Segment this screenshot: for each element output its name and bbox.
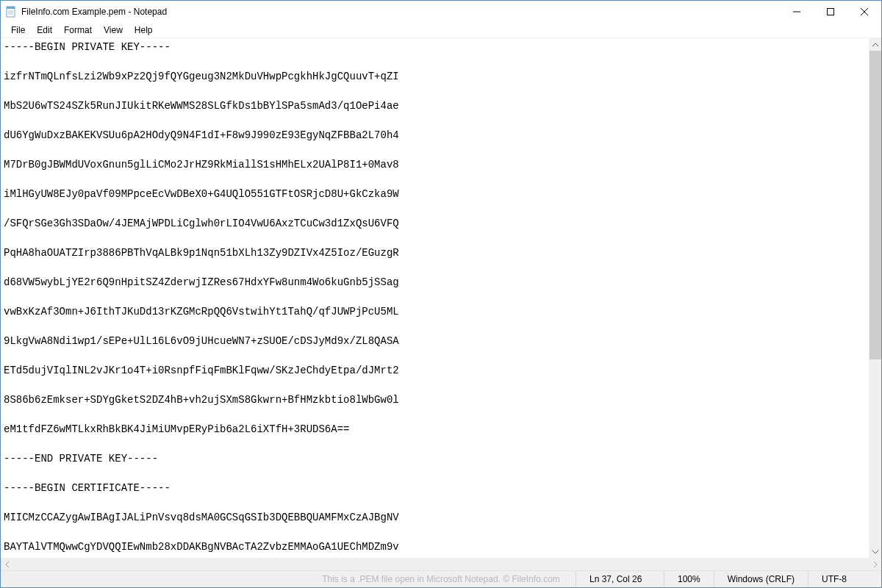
window-controls (780, 1, 881, 23)
svg-rect-1 (7, 7, 15, 9)
status-line-ending: Windows (CRLF) (714, 571, 808, 587)
menu-view[interactable]: View (98, 24, 129, 36)
status-group: Ln 37, Col 26 100% Windows (CRLF) UTF-8 (576, 571, 881, 587)
vertical-scrollbar[interactable] (869, 38, 881, 558)
status-zoom: 100% (664, 571, 714, 587)
text-editor[interactable]: -----BEGIN PRIVATE KEY----- izfrNTmQLnfs… (1, 38, 869, 558)
scroll-right-button[interactable] (869, 558, 881, 570)
menubar: File Edit Format View Help (1, 23, 881, 37)
editor-area: -----BEGIN PRIVATE KEY----- izfrNTmQLnfs… (1, 37, 881, 570)
statusbar: This is a .PEM file open in Microsoft No… (1, 570, 881, 587)
editor-body: -----BEGIN PRIVATE KEY----- izfrNTmQLnfs… (1, 38, 881, 558)
notepad-window: FileInfo.com Example.pem - Notepad File … (0, 0, 882, 588)
close-button[interactable] (847, 1, 881, 23)
scroll-down-button[interactable] (870, 545, 881, 558)
scroll-up-button[interactable] (870, 38, 881, 51)
status-encoding: UTF-8 (808, 571, 881, 587)
menu-format[interactable]: Format (58, 24, 98, 36)
window-title: FileInfo.com Example.pem - Notepad (21, 7, 167, 17)
horizontal-scrollbar[interactable] (1, 558, 881, 570)
notepad-icon (5, 6, 17, 18)
status-cursor-position: Ln 37, Col 26 (576, 571, 664, 587)
titlebar-left: FileInfo.com Example.pem - Notepad (5, 6, 167, 18)
menu-file[interactable]: File (5, 24, 31, 36)
menu-edit[interactable]: Edit (31, 24, 58, 36)
scroll-thumb[interactable] (870, 51, 881, 359)
scroll-left-button[interactable] (1, 558, 13, 570)
scroll-track[interactable] (870, 51, 881, 545)
menu-help[interactable]: Help (129, 24, 159, 36)
minimize-button[interactable] (780, 1, 814, 23)
titlebar: FileInfo.com Example.pem - Notepad (1, 1, 881, 23)
svg-rect-6 (828, 9, 834, 15)
maximize-button[interactable] (814, 1, 847, 23)
